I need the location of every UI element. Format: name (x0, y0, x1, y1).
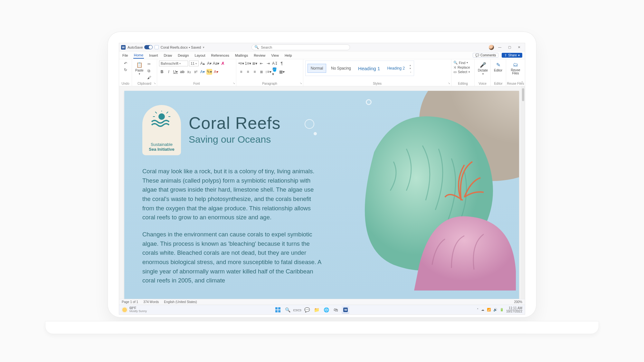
search-input[interactable]: 🔍 Search (251, 44, 350, 50)
highlight-button[interactable]: ✎▾ (206, 69, 212, 75)
document-body[interactable]: Coral may look like a rock, but it is a … (142, 167, 323, 293)
dictate-button[interactable]: 🎤 Dictate ▾ (477, 61, 489, 76)
document-heading[interactable]: Coral Reefs (189, 113, 281, 133)
weather-widget[interactable]: 68°F Mostly Sunny (122, 307, 147, 313)
language-indicator[interactable]: English (United States) (164, 300, 197, 304)
bullets-button[interactable]: •≡▾ (238, 61, 244, 66)
word-taskbar-icon[interactable]: W (342, 306, 349, 314)
align-center-button[interactable]: ≡ (245, 69, 251, 75)
font-name-select[interactable]: Bahnschrift▾ (159, 61, 188, 66)
styles-up-icon[interactable]: ▴ (410, 64, 412, 67)
toggle-on-icon[interactable] (144, 45, 153, 49)
document-page[interactable]: Sustainable Sea Initiative Coral Reefs S… (124, 91, 519, 299)
style-heading2[interactable]: Heading 2 (385, 64, 407, 73)
comments-button[interactable]: 💬 Comments (473, 53, 498, 58)
redo-button[interactable]: ↻ (123, 67, 128, 73)
vertical-scrollbar[interactable] (521, 86, 525, 299)
tab-design[interactable]: Design (177, 52, 189, 58)
select-button[interactable]: ▭Select▾ (453, 70, 470, 74)
line-spacing-button[interactable]: ↕≡▾ (265, 69, 271, 75)
tray-chevron-icon[interactable]: ˄ (477, 308, 478, 311)
tab-help[interactable]: Help (284, 52, 293, 58)
styles-down-icon[interactable]: ▾ (410, 67, 412, 70)
document-subheading[interactable]: Saving our Oceans (189, 134, 271, 145)
clock[interactable]: 11:11 AM 10/27/2022 (506, 307, 522, 313)
multilevel-button[interactable]: ≣▾ (252, 61, 258, 66)
share-button[interactable]: ⇪ Share ▾ (502, 53, 522, 58)
find-button[interactable]: 🔍Find▾ (453, 61, 470, 65)
page-indicator[interactable]: Page 1 of 1 (122, 300, 138, 304)
clear-format-button[interactable]: A̸ (220, 61, 226, 66)
reuse-files-button[interactable]: 🗂 Reuse Files (508, 61, 523, 76)
tab-mailings[interactable]: Mailings (234, 52, 249, 58)
increase-indent-button[interactable]: ⇥ (265, 61, 271, 66)
styles-gallery[interactable]: Normal No Spacing Heading 1 Heading 2 ▴ … (305, 61, 414, 76)
task-view[interactable]: ▭▭ (293, 306, 301, 314)
store-app[interactable]: 🛍 (332, 306, 340, 314)
borders-button[interactable]: ▦▾ (279, 69, 285, 75)
tab-review[interactable]: Review (253, 52, 266, 58)
close-button[interactable]: ✕ (515, 45, 523, 49)
strike-button[interactable]: ab (179, 69, 185, 75)
body-paragraph[interactable]: Coral may look like a rock, but it is a … (142, 167, 323, 222)
shading-button[interactable]: 🪣▾ (272, 69, 278, 75)
text-effects-button[interactable]: A▾ (200, 69, 205, 75)
decrease-font-button[interactable]: A▾ (206, 61, 212, 66)
show-marks-button[interactable]: ¶ (279, 61, 285, 66)
align-right-button[interactable]: ≡ (252, 69, 258, 75)
sort-button[interactable]: A↧ (272, 61, 278, 66)
body-paragraph[interactable]: Changes in the environment can cause cor… (142, 230, 323, 285)
tab-view[interactable]: View (270, 52, 279, 58)
cut-button[interactable]: ✂ (146, 61, 152, 67)
justify-button[interactable]: ≣ (259, 69, 264, 75)
tab-insert[interactable]: Insert (148, 52, 159, 58)
style-heading1[interactable]: Heading 1 (356, 63, 382, 73)
tab-home[interactable]: Home (133, 52, 144, 59)
numbering-button[interactable]: 1≡▾ (245, 61, 251, 66)
save-icon[interactable] (155, 45, 159, 49)
replace-button[interactable]: ⤭Replace (453, 65, 470, 69)
maximize-button[interactable]: ▢ (506, 45, 513, 49)
change-case-button[interactable]: Aa▾ (213, 61, 219, 66)
increase-font-button[interactable]: A▴ (200, 61, 205, 66)
subscript-button[interactable]: x₂ (186, 69, 192, 75)
styles-more-icon[interactable]: ⌄ (410, 70, 412, 73)
chat-app[interactable]: 💬 (303, 306, 311, 314)
undo-button[interactable]: ↶ (123, 61, 128, 66)
editor-button[interactable]: ✎ Editor (493, 61, 504, 73)
document-canvas[interactable]: Sustainable Sea Initiative Coral Reefs S… (119, 86, 525, 299)
copy-button[interactable]: ⧉ (146, 68, 152, 74)
edge-browser[interactable]: 🌐 (322, 306, 330, 314)
tab-layout[interactable]: Layout (194, 52, 206, 58)
tab-draw[interactable]: Draw (163, 52, 173, 58)
align-left-button[interactable]: ≡ (238, 69, 244, 75)
user-avatar[interactable] (489, 45, 494, 50)
font-size-select[interactable]: 11▾ (189, 61, 199, 66)
wifi-icon[interactable]: 📶 (487, 308, 491, 311)
start-button[interactable] (274, 306, 282, 314)
paste-button[interactable]: 📋 Paste ▾ (134, 61, 145, 76)
style-no-spacing[interactable]: No Spacing (329, 64, 353, 73)
autosave-toggle[interactable]: AutoSave (128, 45, 153, 49)
decrease-indent-button[interactable]: ⇤ (259, 61, 264, 66)
word-count[interactable]: 374 Words (143, 300, 159, 304)
chevron-down-icon[interactable]: ▾ (203, 46, 204, 49)
battery-icon[interactable]: 🔋 (500, 308, 504, 311)
italic-button[interactable]: I (166, 69, 172, 75)
superscript-button[interactable]: x² (193, 69, 199, 75)
tab-references[interactable]: References (211, 52, 230, 58)
system-tray[interactable]: ˄ ☁ 📶 🔊 🔋 11:11 AM 10/27/2022 (477, 307, 522, 313)
format-painter-button[interactable]: 🖌 (146, 75, 152, 81)
underline-button[interactable]: U▾ (173, 69, 178, 75)
collapse-ribbon-icon[interactable]: ˅ (521, 81, 523, 85)
bold-button[interactable]: B (159, 69, 165, 75)
style-normal[interactable]: Normal (308, 64, 326, 73)
volume-icon[interactable]: 🔊 (493, 308, 497, 311)
onedrive-icon[interactable]: ☁ (481, 308, 484, 311)
minimize-button[interactable]: — (496, 45, 504, 49)
document-title[interactable]: Coral Reefs.docx • Saved (161, 45, 201, 49)
font-color-button[interactable]: A▾ (213, 69, 219, 75)
zoom-level[interactable]: 200% (514, 300, 522, 304)
file-explorer[interactable]: 📁 (313, 306, 320, 314)
tab-file[interactable]: File (122, 52, 129, 58)
